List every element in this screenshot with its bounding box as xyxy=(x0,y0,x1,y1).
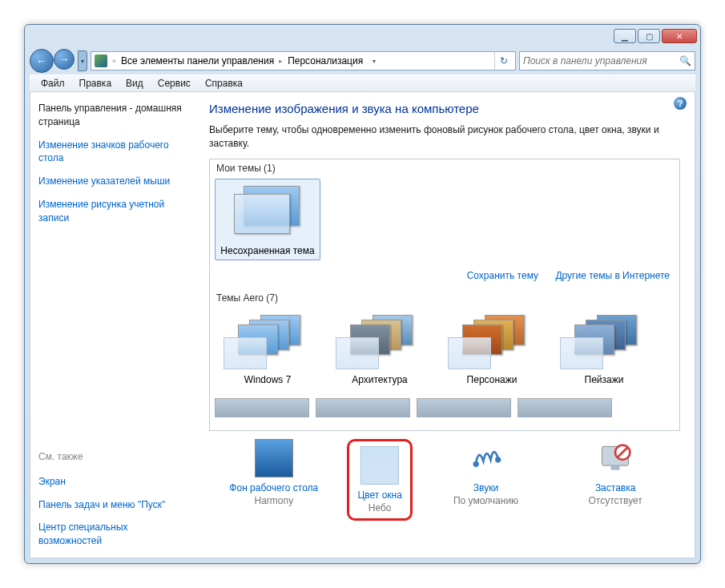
nav-history-dropdown[interactable]: ▾ xyxy=(78,50,87,71)
page-heading: Изменение изображения и звука на компьют… xyxy=(209,102,680,115)
sidebar-link-ease-of-access[interactable]: Центр специальных возможностей xyxy=(38,521,187,548)
svg-point-1 xyxy=(495,457,501,462)
menu-edit[interactable]: Правка xyxy=(73,76,119,91)
sidebar-link-display[interactable]: Экран xyxy=(38,475,187,489)
svg-rect-3 xyxy=(611,465,620,470)
menu-help[interactable]: Справка xyxy=(199,76,249,91)
breadcrumb-parent[interactable]: Все элементы панели управления xyxy=(121,55,274,66)
chevron-left-icon: « xyxy=(112,57,116,65)
refresh-button[interactable]: ↻ xyxy=(494,52,512,70)
theme-label: Персонажи xyxy=(442,374,542,385)
nav-back-button[interactable]: ← xyxy=(30,49,54,73)
theme-windows7[interactable]: Windows 7 xyxy=(215,308,320,389)
my-themes-header: Мои темы (1) xyxy=(210,159,679,177)
sidebar-home-link[interactable]: Панель управления - домашняя страница xyxy=(38,102,187,129)
address-bar[interactable]: « Все элементы панели управления ▸ Персо… xyxy=(91,51,516,70)
desktop-background-button[interactable]: Фон рабочего стола Harmony xyxy=(218,439,330,521)
menu-tools[interactable]: Сервис xyxy=(151,76,197,91)
aero-themes-header: Темы Aero (7) xyxy=(210,289,679,307)
highlight-annotation: Цвет окна Небо xyxy=(347,439,412,521)
screensaver-button[interactable]: Заставка Отсутствует xyxy=(559,439,671,521)
window-color-label: Цвет окна xyxy=(357,489,401,501)
desktop-background-value: Harmony xyxy=(218,495,330,506)
theme-label: Несохраненная тема xyxy=(219,245,316,256)
desktop-background-icon xyxy=(255,439,293,477)
search-icon[interactable]: 🔍 xyxy=(679,55,691,66)
window-color-button[interactable]: Цвет окна Небо xyxy=(357,446,401,513)
screensaver-value: Отсутствует xyxy=(559,495,671,506)
save-theme-link[interactable]: Сохранить тему xyxy=(467,270,538,281)
menu-bar: Файл Правка Вид Сервис Справка xyxy=(30,75,695,92)
breadcrumb-current[interactable]: Персонализация xyxy=(288,55,363,66)
menu-file[interactable]: Файл xyxy=(34,76,71,91)
chevron-right-icon: ▸ xyxy=(279,57,283,65)
page-description: Выберите тему, чтобы одновременно измени… xyxy=(209,123,680,151)
sidebar-link-taskbar[interactable]: Панель задач и меню "Пуск" xyxy=(38,498,187,512)
sidebar-link-account-picture[interactable]: Изменение рисунка учетной записи xyxy=(38,198,187,225)
theme-label: Пейзажи xyxy=(554,374,654,385)
address-dropdown[interactable]: ▾ xyxy=(368,58,381,65)
theme-label: Архитектура xyxy=(330,374,429,385)
sidebar-link-mouse-pointers[interactable]: Изменение указателей мыши xyxy=(38,175,187,188)
main-pane: ? Изменение изображения и звука на компь… xyxy=(195,92,695,558)
sounds-icon xyxy=(467,439,505,477)
sidebar: Панель управления - домашняя страница Из… xyxy=(30,92,195,558)
theme-label: Windows 7 xyxy=(218,374,317,385)
sounds-button[interactable]: Звуки По умолчанию xyxy=(430,439,542,521)
themes-container: Мои темы (1) Несохраненная тема Сохранит… xyxy=(209,159,680,431)
nav-forward-button[interactable]: → xyxy=(54,49,75,70)
sidebar-link-desktop-icons[interactable]: Изменение значков рабочего стола xyxy=(38,139,187,166)
svg-point-0 xyxy=(473,461,478,466)
close-button[interactable]: ✕ xyxy=(662,29,697,43)
sounds-label: Звуки xyxy=(430,482,542,493)
bottom-settings-bar: Фон рабочего стола Harmony Цвет окна Неб… xyxy=(195,431,695,526)
sounds-value: По умолчанию xyxy=(430,495,542,506)
sidebar-seealso-header: См. также xyxy=(38,451,187,462)
menu-view[interactable]: Вид xyxy=(119,76,150,91)
screensaver-label: Заставка xyxy=(559,482,671,493)
maximize-button[interactable]: ▢ xyxy=(638,29,660,43)
window-color-icon xyxy=(360,446,399,485)
theme-unsaved[interactable]: Несохраненная тема xyxy=(215,179,320,260)
screensaver-icon xyxy=(596,439,634,477)
theme-architecture[interactable]: Архитектура xyxy=(327,308,433,389)
theme-characters[interactable]: Персонажи xyxy=(439,308,545,389)
help-icon[interactable]: ? xyxy=(674,97,687,110)
online-themes-link[interactable]: Другие темы в Интернете xyxy=(555,270,670,281)
desktop-background-label: Фон рабочего стола xyxy=(218,482,330,493)
search-box[interactable]: 🔍 xyxy=(519,51,695,70)
theme-landscapes[interactable]: Пейзажи xyxy=(551,308,657,389)
control-panel-icon xyxy=(95,54,107,67)
window-color-value: Небо xyxy=(357,502,401,513)
titlebar: ▁ ▢ ✕ xyxy=(25,25,700,47)
minimize-button[interactable]: ▁ xyxy=(614,29,636,43)
search-input[interactable] xyxy=(523,55,679,66)
